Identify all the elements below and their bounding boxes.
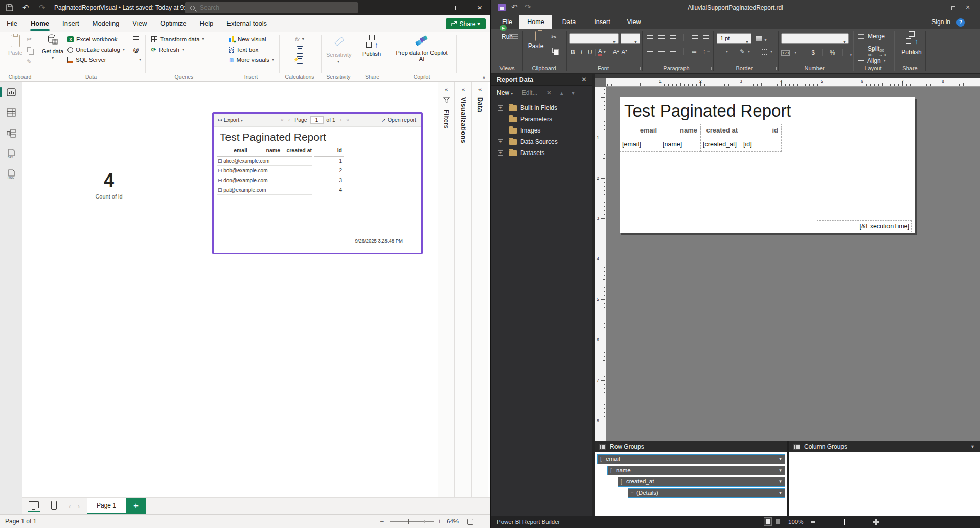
comma-button[interactable]: , bbox=[850, 49, 852, 56]
filters-panel-collapsed[interactable]: « Filters bbox=[438, 82, 454, 497]
caret-down-icon[interactable]: ▼ bbox=[776, 455, 785, 464]
tab-view[interactable]: View bbox=[126, 15, 153, 32]
close-button[interactable]: × bbox=[961, 0, 975, 14]
tab-data[interactable]: Data bbox=[557, 15, 581, 29]
expand-panel-icon[interactable]: « bbox=[455, 86, 471, 92]
restore-button[interactable] bbox=[946, 0, 961, 15]
header-cell-id[interactable]: id bbox=[741, 124, 782, 137]
caret-down-icon[interactable]: ▼ bbox=[970, 441, 975, 452]
table-row[interactable]: ⊟ alice@example.com bbox=[218, 158, 269, 164]
table-row[interactable]: ⊟ don@example.com bbox=[218, 178, 267, 183]
quick-measure-button[interactable] bbox=[292, 45, 307, 55]
bold-button[interactable]: B bbox=[571, 49, 575, 56]
tab-insert[interactable]: Insert bbox=[56, 15, 86, 32]
tmdl-view-button[interactable]: TMDL bbox=[0, 164, 22, 184]
minimize-button[interactable] bbox=[932, 0, 946, 13]
zoom-in-icon[interactable] bbox=[873, 519, 879, 525]
move-down-icon[interactable]: ▼ bbox=[571, 91, 575, 96]
new-visual-button[interactable]: + New visual bbox=[229, 34, 274, 45]
borders-button[interactable] bbox=[762, 49, 767, 55]
decrease-decimals-button[interactable]: .00→.0 bbox=[879, 48, 886, 57]
zoom-out-icon[interactable] bbox=[811, 521, 815, 523]
visualizations-panel-collapsed[interactable]: « Visualizations bbox=[454, 82, 471, 497]
align-center-button[interactable] bbox=[658, 50, 665, 54]
cut-icon[interactable]: ✂ bbox=[27, 36, 32, 43]
mobile-layout-icon[interactable] bbox=[51, 501, 57, 510]
tree-item-images[interactable]: Images bbox=[491, 125, 592, 136]
decrease-indent-button[interactable] bbox=[692, 35, 698, 40]
text-box-button[interactable]: AText box bbox=[229, 45, 274, 55]
shrink-font-button[interactable]: A▾ bbox=[621, 49, 627, 56]
italic-button[interactable]: I bbox=[581, 49, 582, 56]
grow-font-button[interactable]: A▴ bbox=[613, 49, 619, 56]
report-page[interactable]: Test Paginated Report email name created… bbox=[620, 97, 915, 233]
open-report-button[interactable]: ↗ Open report bbox=[381, 117, 416, 123]
new-button[interactable]: New ▾ bbox=[497, 89, 513, 96]
design-surface[interactable]: Test Paginated Report email name created… bbox=[606, 87, 980, 441]
number-format-icon[interactable]: 123 bbox=[781, 50, 790, 56]
page-number-input[interactable]: 1 bbox=[310, 116, 324, 124]
tab-external-tools[interactable]: External tools bbox=[220, 15, 274, 32]
model-view-button[interactable] bbox=[0, 123, 22, 143]
save-icon[interactable] bbox=[6, 4, 13, 13]
delete-icon[interactable]: ✕ bbox=[546, 89, 552, 96]
currency-button[interactable]: $ bbox=[811, 49, 815, 56]
excel-workbook-button[interactable]: xExcel workbook bbox=[67, 34, 125, 45]
maximize-button[interactable] bbox=[447, 0, 469, 15]
first-page-icon[interactable]: « bbox=[281, 117, 284, 123]
copilot-button[interactable]: Prep data for CopilotAI bbox=[392, 36, 452, 62]
tab-home[interactable]: Home bbox=[519, 15, 552, 29]
percent-button[interactable]: % bbox=[830, 49, 835, 56]
enter-data-button[interactable] bbox=[131, 34, 141, 45]
transform-data-button[interactable]: Transform data▾ bbox=[151, 34, 204, 45]
report-title-textbox[interactable]: Test Paginated Report bbox=[622, 99, 841, 123]
previous-page-tab-icon[interactable]: ‹ bbox=[69, 498, 71, 515]
new-measure-button[interactable]: fx▾ bbox=[292, 34, 307, 45]
close-button[interactable]: × bbox=[469, 0, 491, 15]
share-button[interactable]: Share ▾ bbox=[446, 18, 486, 29]
table-row[interactable]: ⊟ pat@example.com bbox=[218, 187, 266, 193]
tree-item-parameters[interactable]: Parameters bbox=[491, 114, 592, 125]
line-style-button[interactable]: — bbox=[717, 48, 723, 55]
move-up-icon[interactable]: ▲ bbox=[559, 91, 564, 96]
search-box[interactable] bbox=[185, 2, 358, 13]
next-page-icon[interactable]: › bbox=[340, 117, 342, 123]
tab-home[interactable]: Home bbox=[24, 15, 56, 32]
row-group-email[interactable]: [email▼ bbox=[597, 454, 785, 464]
report-canvas[interactable]: 4 Count of id ↦ Export ▾ « ‹ Page 1 of 1… bbox=[22, 82, 438, 497]
numbered-list-button[interactable]: ⋮≡ bbox=[702, 49, 710, 55]
row-group-created-at[interactable]: [created_at▼ bbox=[618, 477, 785, 487]
increase-indent-button[interactable] bbox=[703, 35, 709, 40]
font-color-button[interactable]: A bbox=[598, 49, 602, 56]
caret-down-icon[interactable]: ▼ bbox=[776, 466, 785, 475]
format-painter-icon[interactable]: ✎ bbox=[27, 58, 32, 65]
report-view-button[interactable] bbox=[0, 82, 22, 102]
table-view-button[interactable] bbox=[0, 102, 22, 123]
zoom-out-icon[interactable]: ‒ bbox=[380, 515, 384, 528]
fill-color-button[interactable]: ▾ bbox=[756, 34, 766, 43]
row-group-details[interactable]: ≡(Details)▼ bbox=[628, 488, 785, 498]
run-button[interactable]: Run bbox=[496, 32, 518, 40]
tab-file[interactable]: File bbox=[496, 15, 518, 29]
expand-panel-icon[interactable]: « bbox=[438, 86, 454, 92]
header-cell-name[interactable]: name bbox=[660, 124, 701, 137]
execution-time-textbox[interactable]: [&ExecutionTime] bbox=[817, 220, 912, 232]
expand-icon[interactable]: + bbox=[498, 139, 503, 144]
header-cell-created-at[interactable]: created at bbox=[700, 124, 741, 137]
table-row[interactable]: ⊡ bob@example.com bbox=[218, 168, 267, 173]
design-view-button[interactable] bbox=[764, 517, 772, 526]
sql-server-button[interactable]: SQL Server bbox=[67, 55, 125, 65]
publish-button[interactable]: ↑ Publish bbox=[360, 35, 383, 57]
tab-view[interactable]: View bbox=[623, 15, 645, 29]
tree-item-data-sources[interactable]: +Data Sources bbox=[491, 136, 592, 147]
tablix[interactable]: email name created at id [email] [name] … bbox=[620, 124, 784, 152]
align-middle-button[interactable] bbox=[658, 35, 665, 40]
next-page-tab-icon[interactable]: › bbox=[78, 498, 80, 515]
undo-icon[interactable]: ↶ bbox=[22, 3, 29, 12]
onelake-catalog-button[interactable]: OneLake catalog▾ bbox=[67, 45, 125, 55]
copy-icon[interactable] bbox=[27, 47, 31, 53]
publish-button[interactable]: ↑ Publish bbox=[900, 31, 923, 56]
dataverse-button[interactable]: @ bbox=[131, 45, 141, 55]
expand-icon[interactable]: + bbox=[498, 150, 503, 156]
more-visuals-button[interactable]: ▥More visuals▾ bbox=[229, 55, 274, 65]
